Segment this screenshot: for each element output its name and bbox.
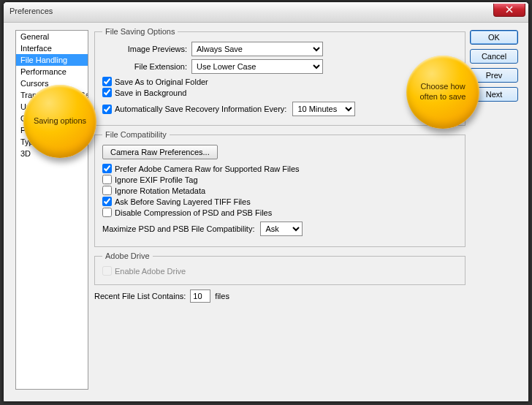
prefer-acr-label: Prefer Adobe Camera Raw for Supported Ra… [115,164,300,173]
sidebar-item-general[interactable]: General [16,31,88,42]
recent-files-input[interactable] [190,289,210,303]
cancel-button[interactable]: Cancel [470,49,518,64]
maximize-compat-label: Maximize PSD and PSB File Compatibility: [102,224,254,233]
ignore-rotation-checkbox[interactable] [102,186,112,195]
ignore-exif-label: Ignore EXIF Profile Tag [115,175,198,184]
sidebar-item-interface[interactable]: Interface [16,42,88,54]
recent-files-label-pre: Recent File List Contains: [94,292,186,300]
close-button[interactable] [493,4,525,17]
prefer-acr-checkbox[interactable] [102,164,112,173]
content-panel: File Saving Options Image Previews: Alwa… [94,27,466,306]
disable-compression-checkbox[interactable] [102,208,112,217]
category-list: General Interface File Handling Performa… [15,30,88,390]
autosave-interval-select[interactable]: 10 Minutes [292,102,355,116]
enable-adobe-drive-label: Enable Adobe Drive [115,267,186,276]
window-title: Preferences [10,7,53,15]
autosave-label: Automatically Save Recovery Information … [115,105,286,113]
fcomp-legend: File Compatibility [102,130,170,139]
recent-files-label-post: files [215,292,229,300]
save-as-original-label: Save As to Original Folder [115,77,208,86]
enable-adobe-drive-checkbox [102,266,112,276]
file-extension-select[interactable]: Use Lower Case [191,59,323,74]
camera-raw-preferences-button[interactable]: Camera Raw Preferences... [102,145,218,159]
adobe-drive-legend: Adobe Drive [102,251,153,260]
ask-tiff-checkbox[interactable] [102,197,112,206]
save-in-background-checkbox[interactable] [102,88,112,97]
image-previews-select[interactable]: Always Save [191,42,323,56]
autosave-checkbox[interactable] [102,105,112,114]
titlebar: Preferences [4,2,528,23]
callout-autosave-interval: Choose how often to save [406,56,479,129]
sidebar-item-file-handling[interactable]: File Handling [16,54,88,66]
ignore-exif-checkbox[interactable] [102,175,112,184]
adobe-drive-group: Adobe Drive Enable Adobe Drive [94,251,466,285]
ignore-rotation-label: Ignore Rotation Metadata [115,186,205,195]
disable-compression-label: Disable Compression of PSD and PSB Files [115,208,272,217]
sidebar-item-performance[interactable]: Performance [16,66,88,77]
ok-button[interactable]: OK [470,30,518,45]
maximize-compat-select[interactable]: Ask [260,222,303,236]
file-extension-label: File Extension: [102,62,191,71]
callout-saving-options: Saving options [23,85,96,158]
fso-legend: File Saving Options [102,27,178,36]
save-as-original-checkbox[interactable] [102,77,112,86]
ask-tiff-label: Ask Before Saving Layered TIFF Files [115,197,251,206]
image-previews-label: Image Previews: [102,45,191,53]
save-in-background-label: Save in Background [115,88,186,97]
file-compatibility-group: File Compatibility Camera Raw Preference… [94,130,466,247]
